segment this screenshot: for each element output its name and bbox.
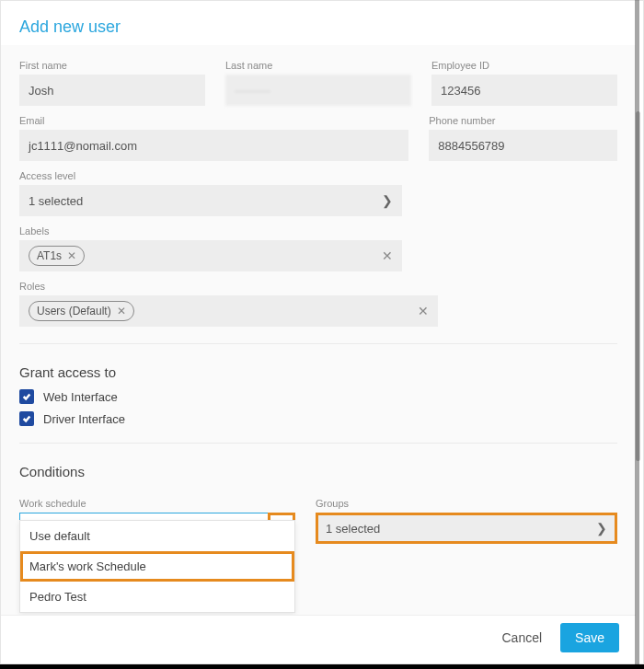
save-button[interactable]: Save bbox=[560, 623, 619, 652]
chevron-right-icon: ❯ bbox=[382, 193, 393, 208]
role-chip-text: Users (Default) bbox=[37, 305, 111, 317]
work-schedule-label: Work schedule bbox=[19, 498, 295, 509]
roles-label: Roles bbox=[19, 281, 617, 292]
label-chip[interactable]: AT1s ✕ bbox=[29, 246, 85, 266]
phone-field[interactable]: 8884556789 bbox=[429, 130, 617, 161]
access-level-value: 1 selected bbox=[29, 194, 83, 208]
row-email-phone: Email jc1111@nomail.com Phone number 888… bbox=[19, 106, 617, 161]
window-shadow bbox=[635, 0, 639, 664]
divider bbox=[19, 443, 617, 444]
employee-id-field[interactable]: 123456 bbox=[431, 75, 617, 106]
web-interface-label: Web Interface bbox=[43, 390, 118, 404]
last-name-label: Last name bbox=[225, 60, 411, 71]
groups-label: Groups bbox=[316, 498, 617, 509]
first-name-label: First name bbox=[19, 60, 205, 71]
clear-roles-icon[interactable]: ✕ bbox=[418, 304, 429, 318]
schedule-option[interactable]: Use default bbox=[20, 521, 294, 551]
first-name-field[interactable]: Josh bbox=[19, 75, 205, 106]
access-level-label: Access level bbox=[19, 170, 617, 181]
grant-access-heading: Grant access to bbox=[19, 364, 617, 380]
access-level-select[interactable]: 1 selected ❯ bbox=[19, 185, 402, 216]
schedule-option[interactable]: Mark's work Schedule bbox=[20, 551, 294, 582]
conditions-row: Work schedule Use default Mark's work Sc… bbox=[19, 489, 617, 544]
remove-role-icon[interactable]: ✕ bbox=[117, 305, 126, 317]
bottom-border bbox=[0, 664, 644, 669]
groups-select[interactable]: 1 selected ❯ bbox=[316, 513, 617, 544]
dialog-footer: Cancel Save bbox=[1, 615, 636, 659]
groups-value: 1 selected bbox=[326, 522, 380, 536]
email-value: jc1111@nomail.com bbox=[29, 139, 137, 153]
phone-label: Phone number bbox=[429, 115, 617, 126]
phone-value: 8884556789 bbox=[438, 139, 504, 153]
dialog-title: Add new user bbox=[1, 1, 643, 42]
conditions-heading: Conditions bbox=[19, 464, 617, 479]
labels-label: Labels bbox=[19, 225, 617, 236]
work-schedule-dropdown: Use default Mark's work Schedule Pedro T… bbox=[19, 520, 295, 613]
last-name-value: ——— bbox=[235, 84, 270, 98]
checkbox-checked-icon[interactable] bbox=[19, 389, 34, 404]
employee-id-label: Employee ID bbox=[431, 60, 617, 71]
email-label: Email bbox=[19, 115, 408, 126]
divider bbox=[19, 343, 617, 344]
roles-field[interactable]: Users (Default) ✕ ✕ bbox=[19, 295, 438, 327]
last-name-field[interactable]: ——— bbox=[225, 75, 411, 106]
labels-field[interactable]: AT1s ✕ ✕ bbox=[19, 240, 402, 271]
first-name-value: Josh bbox=[29, 84, 53, 98]
driver-interface-option[interactable]: Driver Interface bbox=[19, 411, 617, 426]
role-chip[interactable]: Users (Default) ✕ bbox=[29, 301, 134, 321]
email-field[interactable]: jc1111@nomail.com bbox=[19, 130, 408, 161]
web-interface-option[interactable]: Web Interface bbox=[19, 389, 617, 404]
dialog-frame: Add new user First name Josh Last name —… bbox=[0, 0, 644, 664]
driver-interface-label: Driver Interface bbox=[43, 412, 125, 426]
form-body: First name Josh Last name ——— Employee I… bbox=[1, 45, 636, 619]
cancel-button[interactable]: Cancel bbox=[496, 629, 547, 646]
checkbox-checked-icon[interactable] bbox=[19, 411, 34, 426]
schedule-option[interactable]: Pedro Test bbox=[20, 582, 294, 612]
employee-id-value: 123456 bbox=[441, 84, 480, 98]
chevron-right-icon: ❯ bbox=[596, 521, 607, 536]
remove-label-icon[interactable]: ✕ bbox=[67, 249, 76, 262]
label-chip-text: AT1s bbox=[37, 249, 62, 262]
row-name-id: First name Josh Last name ——— Employee I… bbox=[19, 51, 617, 106]
clear-labels-icon[interactable]: ✕ bbox=[382, 248, 393, 263]
